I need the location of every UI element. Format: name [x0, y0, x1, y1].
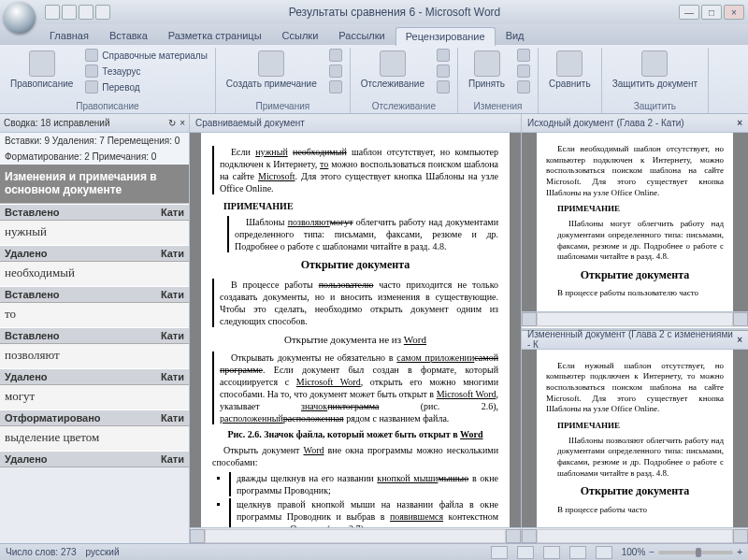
- group-label: Правописание: [4, 100, 211, 113]
- undo-icon[interactable]: [62, 5, 77, 20]
- reject-icon: [517, 49, 530, 62]
- pane-icon: [437, 80, 450, 93]
- redo-icon[interactable]: [79, 5, 94, 20]
- group-comments: Создать примечание Примечания: [216, 48, 351, 113]
- translate-icon: [85, 80, 98, 93]
- delete-comment-button[interactable]: [325, 48, 346, 63]
- thesaurus-icon: [85, 65, 98, 78]
- office-button[interactable]: [4, 2, 36, 34]
- research-button[interactable]: Справочные материалы: [81, 48, 211, 63]
- prev-comment-button[interactable]: [325, 64, 346, 79]
- spelling-button[interactable]: Правописание: [4, 48, 79, 92]
- compared-document-pane: Сравниваемый документ Если нужный необхо…: [190, 114, 522, 543]
- revisions-list[interactable]: ВставленоКатинужный УдаленоКатинеобходим…: [0, 203, 189, 543]
- revision-item: ВставленоКатинужный: [0, 204, 189, 245]
- close-pane-icon[interactable]: ×: [180, 118, 185, 128]
- summary-text: Сводка: 18 исправлений: [4, 118, 110, 128]
- revised-page[interactable]: Если нужный шаблон отсутствует, но компь…: [537, 350, 733, 528]
- revision-item: ОтформатированоКативыделение цветом: [0, 409, 189, 451]
- revision-item: УдаленоКатинеобходимый: [0, 245, 189, 286]
- new-comment-button[interactable]: Создать примечание: [220, 48, 324, 92]
- ribbon: Правописание Справочные материалы Тезаур…: [0, 45, 748, 114]
- group-tracking: Отслеживание Отслеживание: [351, 48, 458, 113]
- thesaurus-button[interactable]: Тезаурус: [81, 64, 144, 79]
- source-header: Исходный документ (Глава 2 - Кати)×: [522, 114, 748, 133]
- revised-doc-area[interactable]: Если нужный шаблон отсутствует, но компь…: [522, 350, 748, 528]
- compared-doc-area[interactable]: Если нужный необходимый шаблон отсутству…: [190, 133, 521, 527]
- group-label: Изменения: [462, 100, 534, 113]
- h-scrollbar-revised[interactable]: [522, 527, 748, 543]
- prev-icon: [329, 65, 342, 78]
- balloon-icon: [437, 49, 450, 62]
- workspace: Сводка: 18 исправлений ↻ × Вставки: 9 Уд…: [0, 114, 748, 543]
- reviewing-pane-button[interactable]: [433, 79, 453, 94]
- view-web-icon[interactable]: [543, 546, 560, 559]
- zoom-slider[interactable]: [658, 551, 733, 554]
- revisions-title: Изменения и примечания в основном докуме…: [0, 165, 189, 203]
- prev-change-icon: [517, 65, 530, 78]
- compared-page[interactable]: Если нужный необходимый шаблон отсутству…: [201, 133, 510, 527]
- reject-button[interactable]: [513, 48, 534, 63]
- next-comment-button[interactable]: [325, 79, 346, 94]
- save-icon[interactable]: [45, 5, 60, 20]
- view-draft-icon[interactable]: [596, 546, 612, 559]
- accept-button[interactable]: Принять: [462, 48, 511, 92]
- refresh-icon[interactable]: ↻: [168, 118, 176, 128]
- reviewing-pane: Сводка: 18 исправлений ↻ × Вставки: 9 Уд…: [0, 114, 190, 543]
- prev-change-button[interactable]: [513, 64, 534, 79]
- source-doc-area[interactable]: Если необходимый шаблон отсутствует, но …: [522, 133, 748, 311]
- quick-access-toolbar: [45, 5, 110, 20]
- comment-icon: [258, 50, 284, 77]
- zoom-in-icon[interactable]: +: [737, 547, 742, 557]
- stats-line-2: Форматирование: 2 Примечания: 0: [0, 149, 189, 165]
- zoom-out-icon[interactable]: −: [649, 547, 654, 557]
- reviewing-pane-header: Сводка: 18 исправлений ↻ ×: [0, 114, 189, 133]
- ribbon-tabs: Главная Вставка Разметка страницы Ссылки…: [0, 24, 748, 45]
- word-count[interactable]: Число слов: 273: [6, 547, 77, 557]
- h-scrollbar[interactable]: [190, 527, 521, 543]
- close-revised-icon[interactable]: ×: [737, 335, 742, 345]
- abc-check-icon: [29, 50, 55, 77]
- maximize-button[interactable]: □: [701, 5, 722, 20]
- qat-customize-icon[interactable]: [95, 5, 110, 20]
- protect-button[interactable]: Защитить документ: [606, 48, 704, 92]
- close-button[interactable]: ×: [724, 5, 744, 20]
- h-scrollbar-source[interactable]: [522, 311, 748, 327]
- translate-button[interactable]: Перевод: [81, 79, 143, 94]
- revision-item: УдаленоКати: [0, 451, 189, 467]
- tab-mailings[interactable]: Рассылки: [328, 26, 395, 45]
- language[interactable]: русский: [86, 547, 120, 557]
- group-compare: Сравнить: [539, 48, 602, 113]
- minimize-button[interactable]: —: [679, 5, 699, 20]
- zoom-value[interactable]: 100%: [622, 547, 646, 557]
- window-title: Результаты сравнения 6 - Microsoft Word: [110, 6, 679, 19]
- view-fullscreen-icon[interactable]: [517, 546, 534, 559]
- group-protect: Защитить документ Защитить: [602, 48, 709, 113]
- compare-icon: [556, 50, 583, 77]
- lock-icon: [641, 50, 668, 77]
- display-review-button[interactable]: [433, 64, 453, 79]
- revision-item: ВставленоКатипозволяют: [0, 327, 189, 368]
- tab-references[interactable]: Ссылки: [272, 26, 329, 45]
- view-print-layout-icon[interactable]: [491, 546, 508, 559]
- group-changes: Принять Изменения: [458, 48, 539, 113]
- group-label: Защитить: [606, 100, 704, 113]
- group-label: Отслеживание: [354, 100, 453, 113]
- track-icon: [380, 50, 406, 77]
- next-change-icon: [517, 80, 530, 93]
- tab-review[interactable]: Рецензирование: [396, 27, 496, 46]
- balloons-button[interactable]: [433, 48, 453, 63]
- tab-home[interactable]: Главная: [39, 26, 99, 45]
- tab-view[interactable]: Вид: [496, 26, 535, 45]
- track-changes-button[interactable]: Отслеживание: [354, 48, 431, 92]
- close-source-icon[interactable]: ×: [737, 118, 742, 128]
- compare-button[interactable]: Сравнить: [542, 48, 597, 92]
- view-outline-icon[interactable]: [569, 546, 586, 559]
- next-change-button[interactable]: [513, 79, 534, 94]
- source-page[interactable]: Если необходимый шаблон отсутствует, но …: [537, 133, 733, 311]
- tab-insert[interactable]: Вставка: [99, 26, 158, 45]
- delete-comment-icon: [329, 49, 342, 62]
- tab-page-layout[interactable]: Разметка страницы: [158, 26, 272, 45]
- accept-icon: [474, 50, 500, 77]
- status-bar: Число слов: 273 русский 100% − +: [0, 543, 748, 560]
